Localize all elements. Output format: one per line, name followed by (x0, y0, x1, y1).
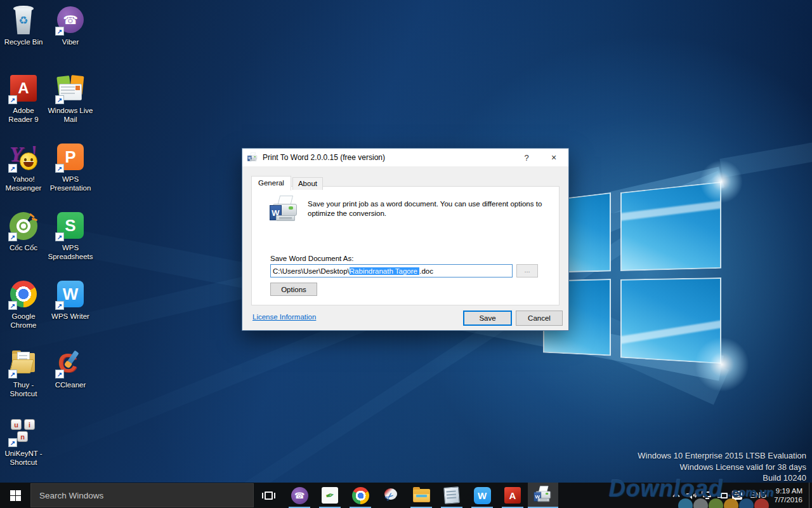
shortcut-arrow-icon: ↗ (8, 95, 17, 104)
task-view-icon (265, 491, 273, 500)
shortcut-arrow-icon: ↗ (55, 301, 64, 310)
desktop-icon-label: CCleaner (47, 380, 94, 389)
desktop-icon-label: Yahoo! Messenger (0, 175, 47, 192)
taskbar-app-chrome[interactable] (345, 483, 376, 508)
notepad-icon (443, 486, 460, 504)
browse-button[interactable]: ... (516, 264, 538, 277)
activation-line1: Windows 10 Enterprise 2015 LTSB Evaluati… (638, 450, 806, 462)
general-tab-page: W Save your print job as a word document… (251, 186, 560, 305)
folder-icon (413, 489, 430, 502)
desktop-icon-label: Adobe Reader 9 (0, 106, 47, 124)
desktop-icon-wps-presentation[interactable]: P ↗ WPS Presentation (47, 142, 94, 192)
taskbar-app-notepad[interactable] (436, 483, 467, 508)
shortcut-arrow-icon: ↗ (55, 164, 64, 173)
taskbar-app-quill[interactable]: ✒ (315, 483, 345, 508)
logo-corner-glow (695, 337, 749, 392)
options-button[interactable]: Options (270, 283, 317, 296)
print-to-word-app-icon: W (247, 152, 258, 163)
clock-time: 9:19 AM (774, 486, 802, 495)
desktop-icon-coc-coc[interactable]: ↗ Cốc Cốc (0, 211, 47, 252)
print-to-word-icon: W (270, 196, 299, 225)
close-button[interactable]: × (539, 149, 568, 166)
windows-start-icon (10, 490, 21, 501)
shortcut-arrow-icon: ↗ (8, 232, 17, 241)
license-information-link[interactable]: License Information (252, 313, 316, 321)
activation-line3: Build 10240 (638, 472, 806, 484)
shortcut-arrow-icon: ↗ (55, 27, 64, 36)
shortcut-arrow-icon: ↗ (55, 232, 64, 241)
cancel-button[interactable]: Cancel (516, 311, 563, 326)
usb-plug-icon (717, 491, 728, 500)
desktop-icon-thuy-shortcut[interactable]: ↗ Thuy - Shortcut (0, 348, 47, 398)
desktop-icon-google-chrome[interactable]: ↗ Google Chrome (0, 279, 47, 330)
desktop-icon-label: Cốc Cốc (0, 243, 47, 252)
recycle-icon: ♻ (8, 14, 39, 27)
adobe-reader-icon: A (504, 487, 521, 504)
shortcut-arrow-icon: ↗ (8, 438, 17, 447)
desktop-icon-label: Thuy - Shortcut (0, 380, 47, 398)
desktop-icon-unikeynt[interactable]: u i n ↗ UniKeyNT - Shortcut (0, 417, 47, 467)
desktop-icon-label: Viber (47, 37, 94, 46)
keycap-icon: n (17, 431, 28, 442)
keycap-icon: i (24, 419, 35, 430)
description-text: Save your print job as a word document. … (308, 199, 544, 218)
desktop-icon-viber[interactable]: ☎ ↗ Viber (47, 5, 94, 46)
save-button[interactable]: Save (463, 311, 512, 326)
help-button[interactable]: ? (514, 149, 539, 166)
taskbar-clock[interactable]: 9:19 AM 7/7/2016 (771, 486, 809, 504)
wps-writer-icon: W (474, 487, 491, 504)
shortcut-arrow-icon: ↗ (8, 164, 17, 173)
activation-line2: Windows License valid for 38 days (638, 462, 806, 473)
save-path-input[interactable]: C:\Users\User\Desktop\Rabindranath Tagor… (270, 264, 513, 277)
dialog-title: Print To Word 2.0.0.15 (free version) (263, 153, 514, 162)
save-as-label: Save Word Document As: (270, 255, 353, 262)
tab-strip: General About (251, 175, 324, 189)
viber-icon: ☎ (291, 487, 308, 504)
quill-pen-icon: ✒ (322, 487, 338, 504)
desktop-icon-label: WPS Presentation (47, 175, 94, 192)
keycap-icon: u (11, 419, 22, 430)
tab-general[interactable]: General (251, 176, 291, 190)
path-selected-text: Rabindranath Tagore (350, 267, 419, 275)
desktop-icon-label: UniKeyNT - Shortcut (0, 449, 47, 467)
tab-about[interactable]: About (292, 177, 323, 190)
path-prefix: C:\Users\User\Desktop\ (273, 267, 350, 275)
start-button[interactable] (0, 483, 30, 508)
shortcut-arrow-icon: ↗ (55, 370, 64, 378)
desktop-icon-windows-live-mail[interactable]: ↗ Windows Live Mail (47, 74, 94, 124)
desktop-icon-wps-writer[interactable]: W ↗ WPS Writer (47, 279, 94, 321)
task-view-button[interactable] (254, 483, 283, 508)
desktop-icon-adobe-reader[interactable]: A ↗ Adobe Reader 9 (0, 74, 47, 124)
desktop-icon-label: Windows Live Mail (47, 106, 94, 124)
taskbar-app-wps-writer[interactable]: W (467, 483, 497, 508)
desktop-icon-ccleaner[interactable]: C ↗ CCleaner (47, 348, 94, 389)
chrome-icon (352, 487, 369, 504)
print-to-word-dialog: W Print To Word 2.0.0.15 (free version) … (242, 148, 569, 331)
windows-activation-watermark: Windows 10 Enterprise 2015 LTSB Evaluati… (638, 450, 806, 484)
shortcut-arrow-icon: ↗ (8, 301, 17, 310)
desktop-icon-recycle-bin[interactable]: ♻ Recycle Bin (0, 5, 47, 46)
smiley-icon (20, 152, 37, 170)
scissors-icon: ✂ (383, 487, 399, 504)
desktop-icon-wps-spreadsheets[interactable]: S ↗ WPS Spreadsheets (47, 211, 94, 261)
logo-corner-glow (700, 160, 743, 203)
dialog-body: General About W Save your print job as a… (242, 166, 568, 331)
clock-date: 7/7/2016 (774, 495, 802, 504)
taskbar-app-print-to-word[interactable]: W (528, 483, 558, 508)
path-suffix: .doc (419, 267, 433, 275)
desktop-icon-label: WPS Writer (47, 312, 94, 321)
show-desktop-button[interactable] (809, 483, 812, 508)
print-to-word-icon: W (534, 486, 553, 505)
taskbar-app-viber[interactable]: ☎ (284, 483, 315, 508)
chevron-up-icon (673, 493, 680, 500)
shortcut-arrow-icon: ↗ (8, 370, 17, 378)
desktop-icon-label: Google Chrome (0, 312, 47, 330)
taskbar-app-snipping-tool[interactable]: ✂ (376, 483, 406, 508)
desktop-icon-yahoo-messenger[interactable]: Y ! ↗ Yahoo! Messenger (0, 142, 47, 192)
desktop-icon-label: Recycle Bin (0, 37, 47, 46)
dialog-titlebar[interactable]: W Print To Word 2.0.0.15 (free version) … (242, 149, 568, 166)
shortcut-arrow-icon: ↗ (55, 95, 64, 104)
taskbar-app-file-explorer[interactable] (406, 483, 436, 508)
taskbar-app-adobe-reader[interactable]: A (497, 483, 528, 508)
taskbar-search-input[interactable] (30, 483, 254, 507)
